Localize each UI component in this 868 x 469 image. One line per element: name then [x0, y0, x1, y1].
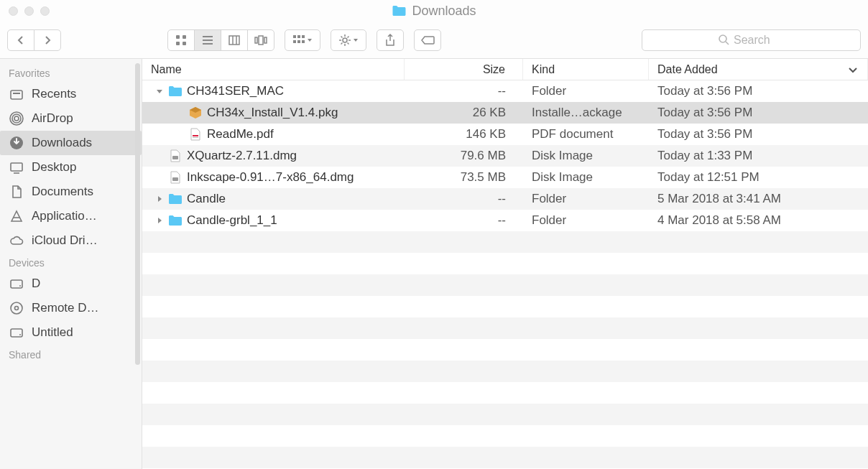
sidebar-item-label: Documents: [32, 185, 93, 199]
file-name: CH341SER_MAC: [187, 84, 284, 98]
table-row[interactable]: Inkscape-0.91…7-x86_64.dmg73.5 MBDisk Im…: [142, 167, 868, 188]
view-column-button[interactable]: [221, 29, 248, 51]
svg-line-26: [341, 42, 343, 44]
svg-point-32: [14, 116, 19, 121]
tags-button[interactable]: [414, 29, 441, 51]
file-kind: PDF document: [523, 124, 649, 145]
file-size: --: [405, 80, 523, 102]
column-header-name[interactable]: Name: [142, 59, 405, 80]
view-gallery-button[interactable]: [247, 29, 274, 51]
svg-rect-0: [176, 35, 180, 39]
svg-rect-13: [293, 35, 296, 38]
sidebar-item-label: Applicatio…: [32, 209, 97, 223]
sidebar-item-label: Untitled: [32, 325, 73, 340]
svg-line-24: [341, 36, 343, 37]
file-kind: Disk Image: [523, 145, 649, 167]
sidebar-item[interactable]: Downloads: [0, 131, 142, 155]
column-header-kind[interactable]: Kind: [523, 59, 649, 80]
chevron-right-icon: [44, 35, 51, 45]
list-view-icon: [202, 34, 213, 46]
file-size: 146 KB: [405, 124, 523, 145]
icon-view-icon: [175, 34, 187, 46]
empty-row: [142, 253, 868, 274]
column-header-size[interactable]: Size: [405, 59, 523, 80]
svg-rect-18: [302, 40, 305, 43]
table-row[interactable]: Candle-grbl_1_1--Folder4 Mar 2018 at 5:5…: [142, 210, 868, 231]
gear-dropdown-icon: [339, 34, 358, 46]
file-size: --: [405, 188, 523, 210]
close-window-button[interactable]: [9, 6, 18, 16]
svg-rect-47: [172, 156, 178, 159]
sidebar-item[interactable]: Desktop: [0, 155, 142, 180]
window-title: Downloads: [392, 4, 476, 19]
svg-point-40: [19, 285, 21, 287]
table-row[interactable]: Candle--Folder5 Mar 2018 at 3:41 AM: [142, 188, 868, 210]
empty-row: [142, 361, 868, 382]
sidebar-item-label: Recents: [32, 87, 76, 101]
file-name: Candle: [187, 192, 226, 206]
file-date: 4 Mar 2018 at 5:58 AM: [649, 210, 868, 231]
table-row[interactable]: ReadMe.pdf146 KBPDF documentToday at 3:5…: [142, 124, 868, 145]
back-button[interactable]: [7, 29, 34, 51]
folder-icon: [168, 213, 183, 228]
svg-rect-12: [264, 37, 267, 43]
svg-rect-45: [193, 135, 198, 136]
file-size: 26 KB: [405, 102, 523, 124]
sidebar-item-label: Remote D…: [32, 301, 99, 315]
svg-rect-30: [11, 90, 22, 99]
sidebar-item[interactable]: Untitled: [0, 320, 142, 345]
search-field[interactable]: [642, 29, 861, 51]
svg-point-41: [11, 302, 22, 314]
disclosure-triangle-icon[interactable]: [155, 88, 164, 95]
svg-line-29: [726, 42, 729, 45]
sidebar-item[interactable]: D: [0, 271, 142, 296]
sidebar-item[interactable]: iCloud Dri…: [0, 228, 142, 253]
chevron-down-icon: [849, 63, 857, 76]
remotedisc-icon: [9, 300, 24, 316]
view-icon-button[interactable]: [167, 29, 195, 51]
svg-rect-48: [172, 177, 178, 181]
sidebar-section-label: Devices: [0, 253, 142, 271]
svg-rect-10: [255, 37, 257, 43]
minimize-window-button[interactable]: [24, 6, 34, 16]
search-input[interactable]: [734, 34, 784, 47]
zoom-window-button[interactable]: [40, 6, 50, 16]
svg-point-19: [343, 38, 347, 42]
table-row[interactable]: XQuartz-2.7.11.dmg79.6 MBDisk ImageToday…: [142, 145, 868, 167]
svg-rect-43: [11, 329, 22, 337]
folder-icon: [392, 5, 406, 17]
forward-button[interactable]: [34, 29, 61, 51]
sidebar-item-label: Downloads: [32, 136, 92, 150]
file-name: Inkscape-0.91…7-x86_64.dmg: [187, 170, 354, 185]
svg-line-25: [348, 42, 349, 44]
sidebar-item[interactable]: Applicatio…: [0, 204, 142, 228]
file-name: XQuartz-2.7.11.dmg: [187, 149, 297, 163]
share-button[interactable]: [377, 29, 404, 51]
action-button[interactable]: [331, 29, 366, 51]
disclosure-triangle-icon[interactable]: [155, 217, 164, 224]
table-row[interactable]: CH34x_Install_V1.4.pkg26 KBInstalle…acka…: [142, 102, 868, 124]
svg-point-33: [12, 114, 21, 123]
sidebar: FavoritesRecentsAirDropDownloadsDesktopD…: [0, 59, 142, 469]
file-date: Today at 1:33 PM: [649, 145, 868, 167]
arrange-button[interactable]: [285, 29, 320, 51]
sidebar-scrollbar[interactable]: [135, 63, 140, 365]
table-row[interactable]: CH341SER_MAC--FolderToday at 3:56 PM: [142, 80, 868, 102]
sidebar-item-label: D: [32, 277, 40, 291]
sidebar-item[interactable]: Recents: [0, 82, 142, 106]
sidebar-item[interactable]: Remote D…: [0, 296, 142, 320]
view-list-button[interactable]: [194, 29, 221, 51]
file-date: Today at 3:56 PM: [649, 80, 868, 102]
sidebar-item[interactable]: Documents: [0, 180, 142, 204]
column-header-date[interactable]: Date Added: [649, 59, 868, 80]
recents-icon: [9, 86, 24, 102]
file-date: Today at 3:56 PM: [649, 124, 868, 145]
sidebar-item-label: iCloud Dri…: [32, 233, 98, 248]
sidebar-item[interactable]: AirDrop: [0, 106, 142, 131]
svg-rect-31: [13, 93, 20, 94]
sidebar-item-label: Desktop: [32, 160, 76, 175]
window-controls: [9, 6, 50, 16]
applications-icon: [9, 208, 24, 224]
file-name: ReadMe.pdf: [207, 127, 274, 141]
disclosure-triangle-icon[interactable]: [155, 195, 164, 203]
